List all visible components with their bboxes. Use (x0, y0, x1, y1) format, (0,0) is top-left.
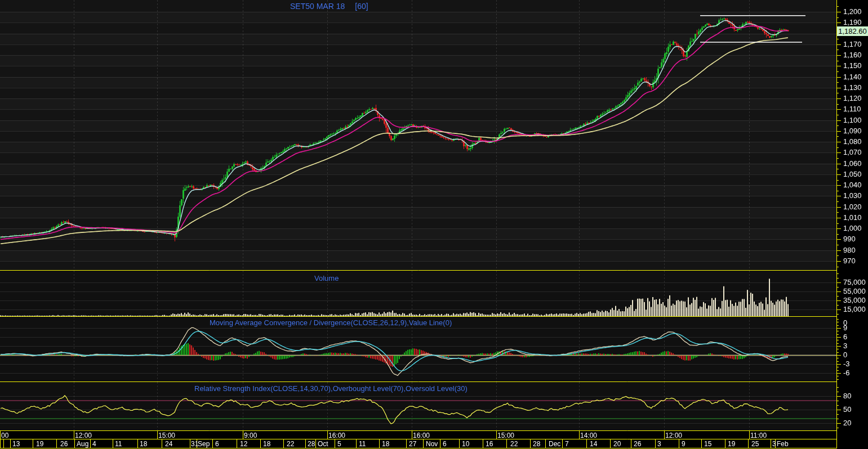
date-axis-label: 18 (382, 440, 389, 448)
date-axis-label: 12 (240, 440, 247, 448)
time-axis-label: 00 (1, 432, 8, 439)
date-axis-label: 7 (565, 440, 569, 448)
rsi-panel-title: Relative Strength Index(CLOSE,14,30,70),… (194, 384, 468, 393)
price-tick-label: 1,020 (843, 203, 862, 212)
date-axis-label: 13 (12, 440, 20, 448)
date-axis-label: 9 (682, 440, 686, 448)
date-axis-label: 25 (751, 440, 759, 448)
date-axis-label: 22 (287, 440, 294, 448)
date-axis-label: 6 (443, 440, 447, 448)
date-axis-label: 16 (486, 440, 493, 448)
price-tick-label: 1,010 (843, 213, 862, 222)
volume-panel-title: Volume (314, 274, 339, 282)
date-axis-label: Nov (426, 440, 438, 448)
date-axis-label: 14 (590, 440, 597, 448)
volume-tick-label: 35,000 (843, 296, 866, 305)
time-axis-label: 14:00 (580, 432, 597, 439)
date-axis-label: Feb (777, 440, 789, 448)
date-axis-label: Dec (549, 440, 560, 448)
macd-tick-label: 3 (843, 342, 847, 351)
time-axis-label: 9:00 (244, 432, 257, 439)
price-tick-label: 1,170 (843, 40, 862, 49)
date-axis-label: 3 (657, 440, 661, 448)
date-axis-label: 27 (409, 440, 416, 448)
date-axis-label: 3 (772, 440, 776, 448)
price-tick-label: 1,060 (843, 159, 862, 168)
volume-tick-label: 55,000 (843, 287, 866, 296)
date-axis-label: 6 (215, 440, 219, 448)
price-tick-label: 1,100 (843, 116, 862, 125)
date-axis-label: Sep (198, 440, 210, 448)
date-axis-label: 20 (613, 440, 621, 448)
date-axis-label: 18 (140, 440, 147, 448)
price-tick-label: 1,160 (843, 51, 862, 60)
symbol-label: SET50 MAR 18 (290, 2, 345, 11)
date-axis-label: 5 (337, 440, 341, 448)
date-axis-label: 18 (263, 440, 270, 448)
price-tick-label: 970 (843, 257, 856, 266)
price-tick-label: 1,070 (843, 148, 862, 157)
price-tick-label: 1,150 (843, 61, 862, 70)
date-axis-label: 26 (60, 440, 68, 448)
rsi-tick-label: 20 (843, 419, 851, 428)
price-tick-label: 1,140 (843, 73, 862, 82)
date-axis-label: 28 (308, 440, 315, 448)
time-axis-label: 12:00 (665, 432, 682, 439)
rsi-tick-label: 80 (843, 392, 851, 401)
price-tick-label: 980 (843, 246, 856, 255)
date-axis-label: 11 (359, 440, 366, 448)
price-tick-label: 1,120 (843, 94, 862, 103)
price-tick-label: 1,110 (843, 105, 861, 114)
date-axis-label: 19 (728, 440, 735, 448)
volume-tick-label: 15,000 (843, 305, 866, 314)
macd-tick-label: 0 (843, 351, 847, 360)
rsi-tick-label: 50 (843, 405, 851, 414)
time-axis-label: 11:00 (750, 432, 767, 439)
price-tick-label: 1,040 (843, 181, 862, 190)
date-axis-label: 22 (510, 440, 518, 448)
date-axis-label: 15 (704, 440, 711, 448)
macd-panel-title: Moving Average Convergence / Divergence(… (210, 318, 452, 327)
date-axis-label: Oct (318, 440, 328, 448)
price-tick-label: 1,200 (843, 7, 862, 16)
macd-tick-label: -6 (843, 369, 850, 378)
date-axis-label: 11 (115, 440, 122, 448)
macd-tick-label: 6 (843, 333, 847, 342)
price-tick-label: 1,090 (843, 127, 862, 136)
date-axis-label: 28 (533, 440, 540, 448)
chart-canvas[interactable] (0, 0, 868, 449)
interval-label: [60] (355, 2, 368, 11)
macd-tick-label: 9 (843, 324, 847, 333)
date-axis-label: Aug (77, 440, 88, 448)
time-axis-label: 16:00 (413, 432, 430, 439)
price-tick-label: 1,030 (843, 191, 862, 200)
date-axis-label: 26 (634, 440, 641, 448)
price-tick-label: 990 (843, 235, 856, 244)
chart-title: SET50 MAR 18[60] (290, 2, 368, 11)
date-axis-label: 24 (165, 440, 172, 448)
macd-tick-label: -3 (843, 360, 850, 369)
price-tick-label: 1,050 (843, 170, 862, 179)
last-price-badge: 1,182.60 (837, 26, 868, 36)
time-axis-label: 15:00 (497, 432, 514, 439)
time-axis-label: 12:00 (75, 432, 92, 439)
price-tick-label: 1,130 (843, 83, 862, 92)
date-axis-label: 10 (462, 440, 469, 448)
volume-tick-label: 75,000 (843, 278, 866, 287)
price-tick-label: 1,000 (843, 224, 862, 233)
date-axis-label: 4 (92, 440, 96, 448)
time-axis-label: 15:00 (158, 432, 175, 439)
price-tick-label: 1,080 (843, 137, 862, 146)
time-axis-label: 16:00 (328, 432, 345, 439)
chart-app: SET50 MAR 18[60] Volume Moving Average C… (0, 0, 868, 449)
date-axis-label: 19 (36, 440, 43, 448)
